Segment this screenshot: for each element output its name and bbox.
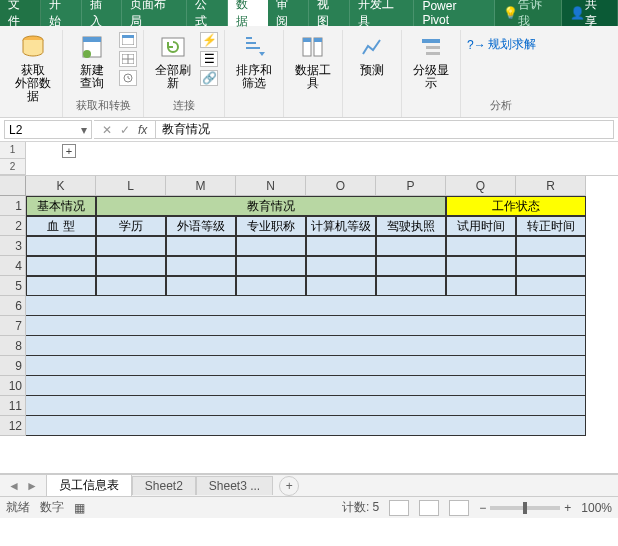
cell[interactable] (26, 336, 586, 356)
row-hdr-8[interactable]: 8 (0, 336, 26, 356)
sheet-tab-active[interactable]: 员工信息表 (46, 474, 132, 496)
tab-insert[interactable]: 插入 (82, 0, 123, 26)
zoom-in-icon[interactable]: + (564, 501, 571, 515)
formula-input[interactable]: 教育情况 (156, 120, 614, 139)
cell[interactable] (166, 256, 236, 276)
cell[interactable]: 驾驶执照 (376, 216, 446, 236)
zoom-value[interactable]: 100% (581, 501, 612, 515)
cell[interactable] (26, 316, 586, 336)
cell[interactable] (26, 276, 96, 296)
col-hdr-R[interactable]: R (516, 176, 586, 196)
row-hdr-11[interactable]: 11 (0, 396, 26, 416)
cell[interactable] (516, 256, 586, 276)
row-hdr-9[interactable]: 9 (0, 356, 26, 376)
cell[interactable] (26, 356, 586, 376)
outline-button[interactable]: 分级显示 (408, 30, 454, 90)
outline-level-2[interactable]: 2 (0, 159, 25, 176)
tab-formulas[interactable]: 公式 (187, 0, 228, 26)
cell[interactable] (446, 276, 516, 296)
cancel-icon[interactable]: ✕ (102, 123, 112, 137)
cell[interactable]: 试用时间 (446, 216, 516, 236)
get-external-data-button[interactable]: 获取 外部数据 (10, 30, 56, 103)
col-hdr-O[interactable]: O (306, 176, 376, 196)
cell[interactable]: 教育情况 (96, 196, 446, 216)
cell[interactable] (26, 416, 586, 436)
row-hdr-3[interactable]: 3 (0, 236, 26, 256)
tab-home[interactable]: 开始 (41, 0, 82, 26)
properties-icon[interactable]: ☰ (200, 51, 218, 67)
col-hdr-P[interactable]: P (376, 176, 446, 196)
cell[interactable] (166, 236, 236, 256)
row-hdr-6[interactable]: 6 (0, 296, 26, 316)
cell[interactable] (306, 256, 376, 276)
col-hdr-M[interactable]: M (166, 176, 236, 196)
sheet-tab[interactable]: Sheet3 ... (196, 476, 273, 495)
cell[interactable] (446, 236, 516, 256)
cell[interactable]: 血 型 (26, 216, 96, 236)
sort-filter-button[interactable]: 排序和筛选 (231, 30, 277, 90)
recent-sources-icon[interactable] (119, 70, 137, 86)
outline-expand-icon[interactable]: + (62, 144, 76, 158)
tab-layout[interactable]: 页面布局 (122, 0, 187, 26)
tab-devtools[interactable]: 开发工具 (350, 0, 415, 26)
cell[interactable] (446, 256, 516, 276)
new-query-button[interactable]: 新建 查询 (69, 30, 115, 90)
cell[interactable] (516, 236, 586, 256)
name-box[interactable]: L2 ▾ (4, 120, 92, 139)
show-queries-icon[interactable] (119, 32, 137, 48)
tab-view[interactable]: 视图 (309, 0, 350, 26)
add-sheet-icon[interactable]: + (279, 476, 299, 496)
cell[interactable] (166, 276, 236, 296)
row-hdr-2[interactable]: 2 (0, 216, 26, 236)
cell[interactable] (26, 296, 586, 316)
col-hdr-Q[interactable]: Q (446, 176, 516, 196)
cell[interactable]: 外语等级 (166, 216, 236, 236)
tab-powerpivot[interactable]: Power Pivot (414, 0, 494, 26)
tab-review[interactable]: 审阅 (268, 0, 309, 26)
tab-file[interactable]: 文件 (0, 0, 41, 26)
sheet-tab[interactable]: Sheet2 (132, 476, 196, 495)
view-page-break-icon[interactable] (449, 500, 469, 516)
cell[interactable] (516, 276, 586, 296)
macro-record-icon[interactable]: ▦ (74, 501, 85, 515)
solver-link[interactable]: ?→ 规划求解 (467, 36, 536, 53)
select-all-corner[interactable] (0, 176, 26, 196)
cell[interactable] (306, 236, 376, 256)
col-hdr-K[interactable]: K (26, 176, 96, 196)
cell[interactable] (26, 236, 96, 256)
cell[interactable]: 计算机等级 (306, 216, 376, 236)
cell[interactable] (96, 256, 166, 276)
row-hdr-1[interactable]: 1 (0, 196, 26, 216)
cell[interactable]: 专业职称 (236, 216, 306, 236)
row-hdr-7[interactable]: 7 (0, 316, 26, 336)
from-table-icon[interactable] (119, 51, 137, 67)
data-tools-button[interactable]: 数据工具 (290, 30, 336, 90)
forecast-button[interactable]: 预测 (349, 30, 395, 77)
cell[interactable] (236, 236, 306, 256)
refresh-all-button[interactable]: 全部刷新 (150, 30, 196, 90)
tell-me[interactable]: 💡 告诉我 (495, 0, 563, 26)
view-page-layout-icon[interactable] (419, 500, 439, 516)
cell[interactable]: 转正时间 (516, 216, 586, 236)
cell[interactable]: 基本情况 (26, 196, 96, 216)
cell[interactable] (96, 276, 166, 296)
tab-data[interactable]: 数据 (228, 0, 269, 26)
row-hdr-12[interactable]: 12 (0, 416, 26, 436)
fx-icon[interactable]: fx (138, 123, 147, 137)
cell[interactable] (236, 276, 306, 296)
enter-icon[interactable]: ✓ (120, 123, 130, 137)
row-hdr-4[interactable]: 4 (0, 256, 26, 276)
zoom-slider[interactable]: − + (479, 501, 571, 515)
edit-links-icon[interactable]: 🔗 (200, 70, 218, 86)
outline-level-1[interactable]: 1 (0, 142, 25, 159)
share-button[interactable]: 👤 共享 (562, 0, 618, 26)
cell[interactable] (96, 236, 166, 256)
cell[interactable] (306, 276, 376, 296)
cell[interactable] (376, 236, 446, 256)
cell[interactable]: 工作状态 (446, 196, 586, 216)
connections-icon[interactable]: ⚡ (200, 32, 218, 48)
cell[interactable]: 学历 (96, 216, 166, 236)
cell[interactable] (26, 376, 586, 396)
chevron-down-icon[interactable]: ▾ (81, 123, 87, 137)
row-hdr-5[interactable]: 5 (0, 276, 26, 296)
